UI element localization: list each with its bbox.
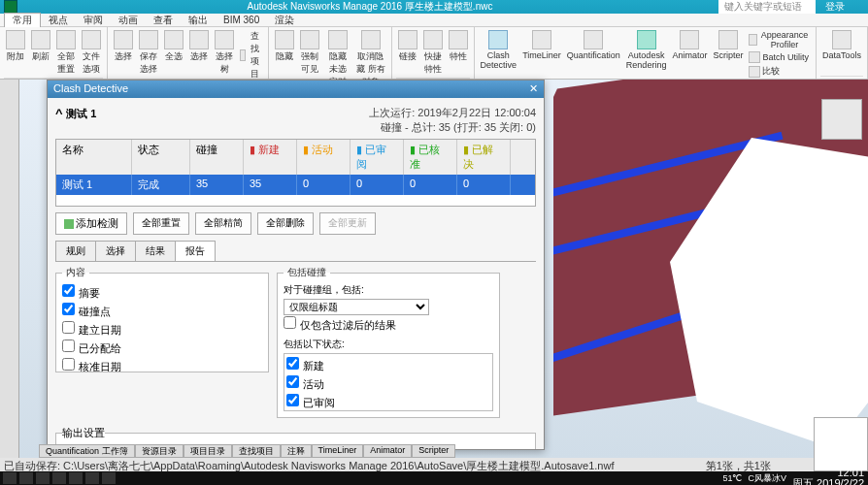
task-icon[interactable] (69, 472, 83, 484)
content-checkbox[interactable] (62, 340, 75, 352)
ribbon-button[interactable]: 全部重置 (54, 29, 78, 77)
status-checkbox[interactable] (286, 394, 299, 406)
ribbon-icon (749, 66, 760, 78)
ribbon-icon (637, 30, 656, 49)
ribbon-icon (749, 51, 760, 63)
app-icon (4, 0, 17, 14)
tab-viewpoint[interactable]: 视点 (41, 14, 76, 27)
docked-tab[interactable]: Animator (363, 444, 412, 458)
docked-tab[interactable]: 项目目录 (184, 444, 232, 458)
ime-indicator[interactable]: C风暴冰V (748, 472, 786, 485)
ribbon-icon (189, 30, 209, 49)
ribbon-button[interactable]: DataTools (820, 29, 863, 61)
ribbon-button[interactable]: 选择 树 (213, 29, 236, 77)
ribbon-button[interactable]: Appearance Profiler (747, 29, 812, 50)
tab-rules[interactable]: 规则 (55, 241, 96, 261)
tab-home[interactable]: 常用 (4, 13, 41, 27)
ribbon-button[interactable]: 保存选择 (137, 29, 160, 77)
ribbon-tabs: 常用 视点 审阅 动画 查看 输出 BIM 360 渲染 (0, 14, 868, 27)
ribbon-button[interactable]: 链接 (396, 29, 419, 64)
status-checkbox[interactable] (286, 375, 299, 388)
update-all-button[interactable]: 全部更新 (319, 212, 376, 235)
task-icon[interactable] (36, 472, 50, 484)
clash-summary: 碰撞 - 总计: 35 (打开: 35 关闭: 0) (369, 120, 536, 135)
add-test-button[interactable]: 添加检测 (55, 212, 127, 235)
ribbon-button[interactable]: Autodesk Rendering (624, 29, 669, 71)
delete-all-button[interactable]: 全部删除 (257, 212, 314, 235)
ribbon-button[interactable]: 文件选项 (80, 29, 103, 77)
tab-render[interactable]: 渲染 (267, 14, 302, 27)
ribbon-button[interactable]: Animator (670, 29, 709, 61)
docked-tab[interactable]: TimeLiner (312, 444, 364, 458)
clash-tests-grid: 名称 状态 碰撞 ▮ 新建 ▮ 活动 ▮ 已审阅 ▮ 已核准 ▮ 已解决 测试 … (55, 139, 536, 207)
ribbon-icon (164, 30, 184, 49)
docked-tab[interactable]: 查找项目 (232, 444, 281, 458)
start-icon[interactable] (3, 472, 17, 484)
ime-avatar[interactable] (814, 417, 868, 471)
ribbon-button[interactable]: 比较 (747, 64, 812, 79)
left-toolbar[interactable] (0, 80, 19, 458)
tab-results[interactable]: 结果 (135, 241, 176, 261)
view-cube[interactable] (821, 99, 862, 140)
ribbon-button[interactable]: 快捷 特性 (421, 29, 445, 77)
status-checkbox[interactable] (286, 357, 299, 370)
content-checkbox[interactable] (62, 303, 75, 315)
docked-tab[interactable]: Scripter (412, 444, 455, 458)
ribbon-icon (584, 30, 603, 49)
ribbon-button[interactable]: Clash Detective (479, 29, 519, 71)
ribbon-icon (449, 30, 468, 49)
table-row[interactable]: 测试 1 完成 35 35 0 0 0 0 (56, 175, 535, 195)
task-icon[interactable] (52, 472, 66, 484)
group-select[interactable]: 仅限组标题 (284, 299, 429, 315)
task-icon[interactable] (19, 472, 33, 484)
task-icon[interactable] (102, 472, 116, 484)
windows-taskbar[interactable]: 51℃ C风暴冰V 12:01 周五 2019/2/22 (0, 471, 868, 485)
compact-all-button[interactable]: 全部精简 (195, 212, 251, 235)
ribbon-icon (423, 30, 443, 49)
ribbon-button[interactable]: 附加 (4, 29, 27, 64)
ribbon-button[interactable]: 查找项目 (238, 29, 264, 81)
test-name: ^ 测试 1 (55, 106, 96, 135)
docked-tab[interactable]: 资源目录 (135, 444, 184, 458)
ribbon-button[interactable]: TimeLiner (520, 29, 563, 61)
tab-view[interactable]: 查看 (146, 14, 181, 27)
tab-bim360[interactable]: BIM 360 (216, 15, 267, 25)
ribbon-button[interactable]: 全选 (162, 29, 185, 64)
tab-select[interactable]: 选择 (95, 241, 136, 261)
docked-tab[interactable]: Quantification 工作簿 (39, 444, 135, 458)
content-fieldset: 内容 摘要碰撞点建立日期已分配给核准日期核准者层名称项目路径项目 ID (55, 266, 269, 372)
filter-checkbox[interactable] (284, 316, 296, 329)
task-icon[interactable] (85, 472, 99, 484)
login-link[interactable]: 登录 (825, 0, 845, 14)
ribbon-button[interactable]: 隐藏 (273, 29, 296, 64)
content-checkbox[interactable] (62, 321, 75, 334)
search-input[interactable]: 键入关键字或短语 (718, 0, 816, 14)
clock[interactable]: 12:01 周五 2019/2/22 (792, 468, 868, 485)
content-checkbox[interactable] (62, 358, 75, 371)
reset-all-button[interactable]: 全部重置 (133, 212, 189, 235)
ribbon-button[interactable]: 刷新 (29, 29, 52, 64)
panel-close-icon[interactable]: ✕ (529, 82, 538, 96)
ribbon-icon (300, 30, 319, 49)
clash-detective-panel: Clash Detective ✕ ^ 测试 1 上次运行: 2019年2月22… (47, 80, 545, 450)
tab-output[interactable]: 输出 (181, 14, 216, 27)
content-checkbox[interactable] (62, 284, 75, 297)
ribbon-button[interactable]: 选择 (187, 29, 211, 64)
viewport-3d[interactable]: Clash Detective ✕ ^ 测试 1 上次运行: 2019年2月22… (19, 80, 868, 458)
ribbon-button[interactable]: 特性 (447, 29, 470, 64)
ribbon-icon (718, 30, 738, 49)
docked-tab[interactable]: 注释 (281, 444, 312, 458)
ribbon-button[interactable]: Scripter (711, 29, 745, 61)
status-bar: 已自动保存: C:\Users\离洛七七\AppData\Roaming\Aut… (0, 458, 868, 471)
tab-animation[interactable]: 动画 (111, 14, 146, 27)
tab-review[interactable]: 审阅 (76, 14, 111, 27)
ribbon-button[interactable]: 强制可见 (298, 29, 321, 77)
ribbon-button[interactable]: 选择 (112, 29, 135, 64)
temperature: 51℃ (722, 473, 742, 483)
ribbon-button[interactable]: Batch Utility (747, 50, 812, 64)
ribbon-icon (832, 30, 851, 49)
last-run-time: 2019年2月22日 12:00:04 (417, 107, 536, 118)
ribbon-icon (31, 30, 50, 49)
tab-report[interactable]: 报告 (175, 241, 216, 261)
ribbon-button[interactable]: Quantification (565, 29, 622, 61)
